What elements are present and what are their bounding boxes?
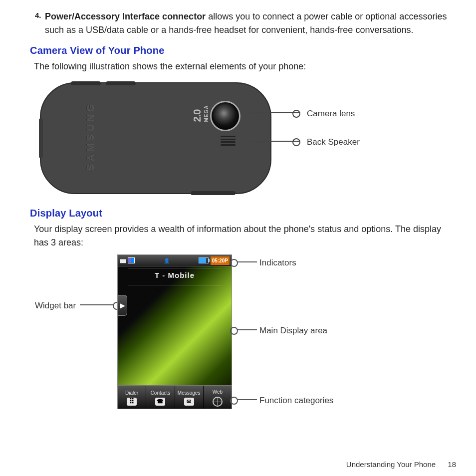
heading-display-layout: Display Layout [30, 206, 456, 221]
list-item-4: 4. Power/Accessory Interface connector a… [45, 10, 456, 37]
func-messages: Messages [175, 386, 204, 409]
function-bar: Dialer Contacts Messages Web [118, 385, 232, 409]
heading-camera-view: Camera View of Your Phone [30, 43, 456, 58]
data-icon [128, 257, 135, 263]
phone-icon [155, 398, 165, 406]
page-footer: Understanding Your Phone 18 [346, 459, 456, 471]
brand-logo: SAMSUNG [83, 101, 98, 171]
phone-back-illustration: SAMSUNG 2.0 MEGA [40, 82, 271, 194]
callout-back-speaker: Back Speaker [307, 136, 360, 149]
widget-bar-handle: ▶ [118, 295, 127, 316]
megapixel-value: 2.0 [192, 110, 203, 122]
battery-icon [199, 257, 209, 263]
func-label: Web [213, 388, 223, 396]
list-number: 4. [35, 10, 41, 21]
display-diagram: Widget bar 05:20P T - Mobile ▶ [30, 254, 454, 419]
func-contacts: Contacts [146, 386, 175, 409]
callout-line [237, 261, 257, 262]
back-speaker-icon [221, 136, 236, 146]
func-web: Web [204, 386, 232, 409]
callout-line [237, 329, 257, 330]
camera-diagram: SAMSUNG 2.0 MEGA Camera lens Back Speake… [30, 78, 454, 201]
phone-edge-detail [106, 81, 136, 85]
term-power-accessory: Power/Accessory Interface connector [45, 11, 206, 21]
envelope-icon [184, 398, 194, 406]
func-label: Dialer [125, 389, 138, 397]
callout-line [249, 112, 299, 113]
callout-line [249, 141, 299, 142]
phone-edge-detail [39, 118, 43, 158]
callout-widget-bar: Widget bar [35, 299, 76, 312]
dialer-icon [127, 398, 137, 406]
status-right-icons: 05:20P [199, 256, 230, 265]
display-layout-intro: Your display screen provides a wealth of… [34, 223, 456, 249]
footer-section: Understanding Your Phone [346, 460, 436, 469]
numbered-list: 4. Power/Accessory Interface connector a… [30, 10, 456, 37]
callout-line [80, 304, 114, 305]
clock: 05:20P [211, 256, 230, 265]
divider [128, 268, 222, 268]
func-dialer: Dialer [118, 386, 146, 409]
im-icon [164, 257, 170, 264]
divider [128, 285, 222, 285]
phone-edge-detail [191, 191, 236, 195]
list-body: Power/Accessory Interface connector allo… [45, 11, 447, 35]
camera-view-intro: The following illustration shows the ext… [34, 60, 456, 73]
callout-indicators: Indicators [259, 256, 296, 269]
chevron-right-icon: ▶ [120, 300, 125, 311]
carrier-label: T - Mobile [118, 270, 232, 281]
page-number: 18 [448, 460, 456, 469]
func-label: Contacts [151, 389, 170, 397]
callout-camera-lens: Camera lens [307, 107, 355, 120]
megapixel-unit: MEGA [203, 105, 210, 122]
phone-screen-illustration: 05:20P T - Mobile ▶ Dialer Contacts [117, 254, 232, 409]
camera-lens-icon [210, 101, 240, 131]
callout-line [237, 399, 257, 400]
globe-icon [213, 397, 223, 407]
phone-edge-detail [71, 81, 101, 85]
func-label: Messages [178, 389, 201, 397]
signal-icon [120, 257, 126, 264]
manual-page: 4. Power/Accessory Interface connector a… [0, 0, 476, 476]
status-left-icons [120, 257, 135, 264]
status-bar: 05:20P [118, 255, 232, 266]
megapixel-label: 2.0 MEGA [190, 105, 210, 122]
callout-function-categories: Function categories [259, 394, 333, 407]
callout-main-display: Main Display area [259, 324, 327, 337]
